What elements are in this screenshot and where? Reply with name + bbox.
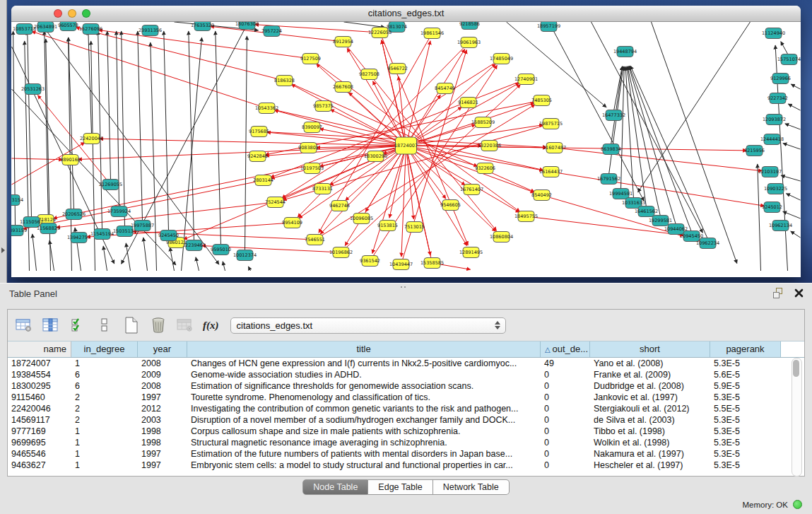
graph-node[interactable]: 8540492 (531, 190, 552, 201)
table-row[interactable]: 969969511998Structural magnetic resonanc… (8, 437, 804, 448)
graph-node[interactable]: 19033154 (11, 195, 23, 206)
citation-edge-red[interactable] (406, 103, 535, 146)
citation-edge-black[interactable] (783, 211, 801, 218)
graph-node[interactable]: 9083801 (298, 143, 319, 153)
citation-edge-red[interactable] (406, 125, 543, 146)
citation-edge-red[interactable] (32, 31, 267, 108)
citation-edge-black[interactable] (344, 22, 385, 28)
graph-node[interactable]: 10439447 (389, 259, 413, 270)
citation-edge-black[interactable] (122, 31, 125, 227)
citation-edge-red[interactable] (285, 81, 535, 192)
graph-node[interactable]: 12103197 (758, 167, 782, 177)
graph-node[interactable]: 16477332 (602, 110, 625, 121)
graph-node[interactable]: 9245012 (762, 202, 782, 213)
graph-node[interactable]: 8215956 (744, 146, 765, 156)
graph-node[interactable]: 7546551 (305, 235, 325, 245)
graph-node[interactable]: 21269055 (99, 180, 122, 190)
graph-node[interactable]: 9857375 (313, 101, 334, 112)
graph-node[interactable]: 17359924 (107, 206, 131, 217)
graph-node[interactable]: 9129966 (770, 74, 791, 84)
graph-node[interactable]: 7485305 (531, 95, 552, 106)
citation-edge-black[interactable] (781, 175, 800, 181)
citation-edge-black[interactable] (758, 164, 761, 271)
graph-node[interactable]: 8954109 (282, 218, 302, 228)
graph-node[interactable]: 9595010 (211, 245, 231, 255)
graph-node[interactable]: 8186328 (274, 76, 295, 86)
graph-node[interactable]: 19875715 (539, 119, 563, 129)
column-header-year[interactable]: year (138, 341, 187, 357)
graph-node[interactable]: 8733131 (312, 184, 333, 194)
citation-edge-black[interactable] (611, 66, 623, 145)
citation-edge-black[interactable] (164, 31, 169, 231)
graph-node[interactable]: 9245450 (158, 230, 179, 241)
citation-edge-black[interactable] (785, 124, 801, 129)
graph-node[interactable]: 15885209 (471, 117, 495, 128)
window-titlebar[interactable]: citations_edges.txt (11, 6, 801, 22)
tab-network-table[interactable]: Network Table (433, 479, 510, 495)
column-header-out_de[interactable]: △ out_de... (541, 341, 590, 357)
graph-node[interactable]: 10903225 (764, 184, 787, 194)
graph-node[interactable]: 9361542 (360, 256, 380, 267)
citation-edge-black[interactable] (216, 31, 221, 245)
citation-edge-red[interactable] (99, 139, 406, 146)
graph-node[interactable]: 17635320 (191, 22, 214, 31)
graph-node[interactable]: 9462746 (329, 201, 350, 211)
graph-node[interactable]: 19861546 (420, 28, 444, 39)
table-row[interactable]: 1938455462009Genome-wide association stu… (8, 369, 804, 380)
graph-node[interactable]: 9546605 (440, 200, 461, 211)
memory-status-indicator[interactable] (793, 500, 802, 509)
graph-node[interactable]: 10096085 (350, 214, 373, 224)
table-select-dropdown[interactable]: citations_edges.txt (230, 317, 506, 334)
citation-edge-red[interactable] (12, 158, 63, 160)
graph-node[interactable]: 9146821 (458, 98, 478, 108)
graph-node[interactable]: 19061963 (457, 37, 481, 48)
graph-node[interactable]: 18495755 (514, 211, 538, 222)
graph-node[interactable]: 10962134 (769, 221, 792, 231)
function-builder-icon[interactable]: f(x) (203, 320, 219, 332)
graph-node[interactable]: 9546722 (387, 64, 408, 74)
column-header-in_degree[interactable]: in_degree (71, 341, 138, 357)
graph-node[interactable]: 9890169 (60, 155, 81, 165)
network-window[interactable]: citations_edges.txt 10853718206348919605… (11, 6, 801, 277)
graph-node[interactable]: 19975887 (131, 221, 154, 231)
graph-node[interactable]: 8390097 (302, 122, 322, 133)
close-panel-icon[interactable] (794, 288, 804, 298)
graph-node[interactable]: 12444418 (760, 134, 784, 145)
citation-edge-black[interactable] (103, 246, 107, 271)
graph-node[interactable]: 18724007 (394, 137, 418, 154)
graph-node[interactable]: 22420046 (80, 134, 103, 144)
row-check-icon[interactable] (69, 316, 87, 334)
citation-edge-red[interactable] (329, 146, 406, 185)
graph-node[interactable]: 9827508 (359, 69, 379, 80)
graph-node[interactable]: 15358585 (420, 258, 444, 269)
table-row[interactable]: 911546021997Tourette syndrome. Phenomeno… (8, 392, 804, 403)
graph-node[interactable]: 11607487 (543, 143, 566, 153)
vertical-scrollbar[interactable] (792, 358, 802, 477)
table-row[interactable]: 946362711997Embryonic stem cells: a mode… (8, 460, 804, 471)
column-header-pagerank[interactable]: pagerank (710, 341, 781, 357)
citation-edge-black[interactable] (788, 104, 800, 110)
graph-node[interactable]: 20206526 (62, 209, 86, 220)
splitter-grip[interactable] (400, 286, 407, 289)
graph-node[interactable]: 17485049 (490, 54, 513, 64)
table-settings-icon[interactable] (15, 316, 33, 334)
graph-node[interactable]: 10962234 (696, 238, 719, 249)
graph-node[interactable]: 10543362 (255, 103, 278, 114)
column-selection-icon[interactable] (42, 316, 60, 334)
panel-collapse-handle[interactable] (1, 247, 5, 253)
graph-node[interactable]: 16164437 (539, 167, 563, 177)
citation-edge-red[interactable] (555, 148, 763, 171)
graph-node[interactable]: 23931356 (139, 25, 162, 36)
graph-node[interactable]: 9227342 (767, 93, 788, 104)
table-row[interactable]: 1872400712008Changes of HCN gene express… (8, 358, 804, 369)
graph-node[interactable]: 20634891 (34, 22, 57, 33)
network-view-canvas[interactable]: 1085371820634891960557815276096239313561… (11, 22, 801, 277)
float-window-icon[interactable] (773, 288, 784, 298)
graph-node[interactable]: 10197505 (300, 163, 324, 174)
graph-node[interactable]: 2803144 (253, 175, 273, 186)
graph-node[interactable]: 9218586 (459, 22, 480, 30)
graph-node[interactable]: 12239461 (182, 240, 206, 251)
graph-node[interactable]: 19448794 (613, 47, 637, 57)
graph-node[interactable]: 16791562 (597, 174, 620, 185)
citation-edge-black[interactable] (791, 231, 801, 238)
